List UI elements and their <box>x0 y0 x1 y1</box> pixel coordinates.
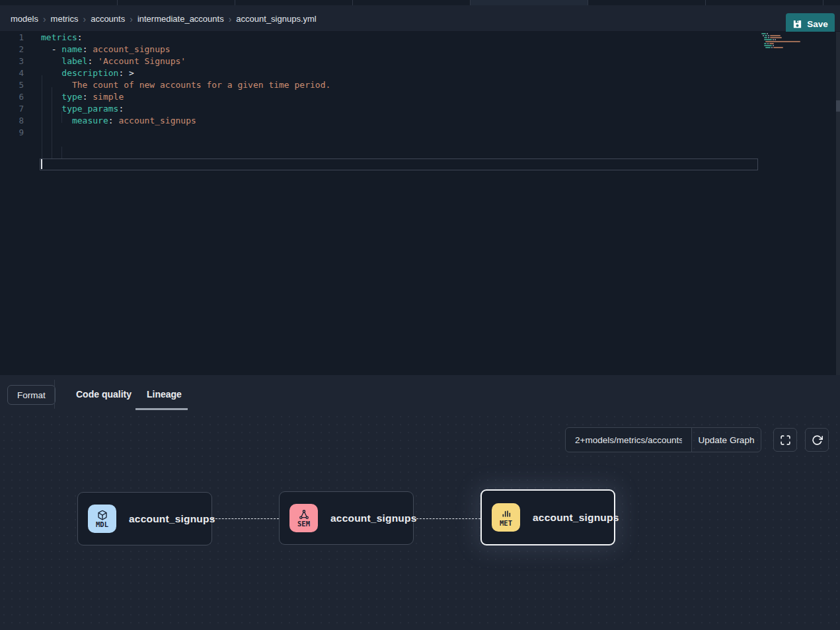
current-line-highlight <box>40 158 758 170</box>
breadcrumb-item[interactable]: metrics <box>51 14 79 24</box>
top-tab[interactable] <box>706 0 823 5</box>
code-line: measure: account_signups <box>41 115 196 127</box>
node-label: account_signups <box>533 512 619 524</box>
top-tab[interactable] <box>588 0 706 5</box>
lineage-edge <box>413 518 480 519</box>
code-line: The count of new accounts for a given ti… <box>41 79 330 91</box>
code-line: - name: account_signups <box>41 44 171 55</box>
save-button-label: Save <box>807 19 828 29</box>
chevron-right-icon: › <box>130 14 133 24</box>
code-line: metrics: <box>41 32 83 44</box>
editor-scrollbar[interactable] <box>836 32 840 375</box>
code-line: description: > <box>41 67 134 79</box>
panel-tab-bar: Format Code quality Lineage <box>0 375 840 413</box>
lineage-node-met[interactable]: METaccount_signups <box>480 489 615 545</box>
tab-lineage[interactable]: Lineage <box>147 389 182 400</box>
node-label: account_signups <box>330 512 416 524</box>
format-button[interactable]: Format <box>7 385 56 405</box>
top-tab[interactable] <box>353 0 471 5</box>
node-label: account_signups <box>129 513 215 525</box>
indent-guide <box>61 147 62 158</box>
code-line: type_params: <box>41 103 124 115</box>
breadcrumb-item[interactable]: account_signups.yml <box>236 14 316 24</box>
divider <box>54 380 55 409</box>
code-editor[interactable]: 123456789 metrics: - name: account_signu… <box>0 32 840 375</box>
chevron-right-icon: › <box>229 14 232 24</box>
top-tab[interactable] <box>823 0 840 5</box>
code-line: label: 'Account Signups' <box>41 55 186 67</box>
breadcrumb-bar: models›metrics›accounts›intermediate_acc… <box>0 5 840 32</box>
tab-strip <box>0 0 840 5</box>
ide-window: models›metrics›accounts›intermediate_acc… <box>0 0 840 630</box>
bottom-panel: Format Code quality Lineage Update Graph <box>0 375 840 630</box>
lineage-edge <box>212 518 279 519</box>
fullscreen-icon <box>780 435 791 446</box>
semantic-network-icon: SEM <box>289 504 318 532</box>
fullscreen-button[interactable] <box>773 428 797 452</box>
model-cube-icon: MDL <box>88 505 116 533</box>
top-tab[interactable] <box>118 0 235 5</box>
lineage-node-mdl[interactable]: MDLaccount_signups <box>77 492 212 545</box>
chevron-right-icon: › <box>83 14 86 24</box>
breadcrumb-item[interactable]: accounts <box>91 14 125 24</box>
lineage-node-sem[interactable]: SEMaccount_signups <box>279 491 414 545</box>
scrollbar-thumb[interactable] <box>836 100 840 112</box>
tab-code-quality[interactable]: Code quality <box>76 389 132 400</box>
code-lines[interactable]: metrics: - name: account_signups label: … <box>0 32 835 375</box>
lineage-canvas[interactable]: Update Graph MDLacc <box>0 413 840 630</box>
text-cursor <box>41 159 42 169</box>
editor-minimap[interactable] <box>761 33 804 51</box>
breadcrumb-item[interactable]: models <box>11 14 38 24</box>
chevron-right-icon: › <box>43 14 46 24</box>
code-line: type: simple <box>41 91 124 103</box>
breadcrumb-item[interactable]: intermediate_accounts <box>137 14 224 24</box>
top-tab[interactable] <box>471 0 588 5</box>
metric-chart-icon: MET <box>492 503 520 532</box>
lineage-selector-input[interactable] <box>565 427 692 452</box>
top-tab[interactable] <box>0 0 118 5</box>
active-tab-underline <box>135 408 188 410</box>
refresh-icon <box>812 435 823 446</box>
breadcrumb: models›metrics›accounts›intermediate_acc… <box>11 5 317 32</box>
top-tab[interactable] <box>235 0 353 5</box>
update-graph-button[interactable]: Update Graph <box>691 427 761 452</box>
save-icon <box>792 19 802 29</box>
refresh-button[interactable] <box>805 428 829 452</box>
